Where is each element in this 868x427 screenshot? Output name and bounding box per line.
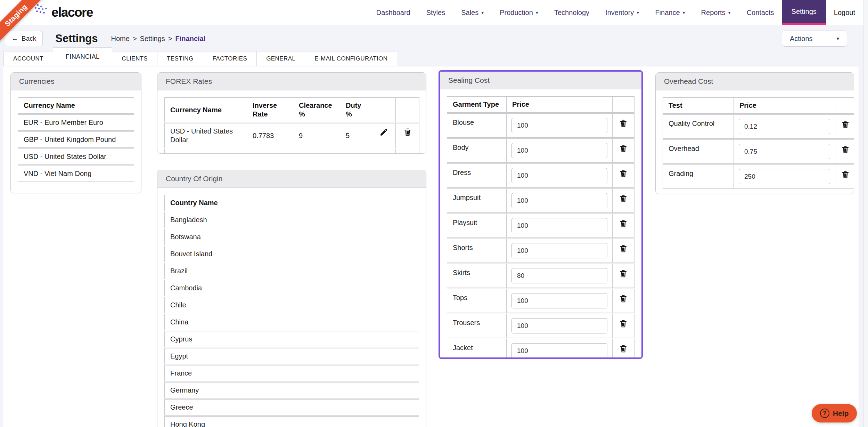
panel-title: Overhead Cost [656,73,854,90]
chevron-down-icon: ▾ [481,10,484,15]
price-input[interactable] [511,218,607,233]
delete-button[interactable] [402,153,413,154]
table-row: USD - United States Dollar [18,148,134,165]
nav-item-reports[interactable]: Reports▾ [693,0,739,25]
delete-button[interactable] [618,143,629,154]
table-row: Jacket [447,339,634,359]
price-input[interactable] [511,343,607,358]
nav-item-dashboard[interactable]: Dashboard [368,0,418,25]
top-navigation-bar: elacore Dashboard Styles Sales▾ Producti… [0,0,868,25]
table-row: Germany [164,382,419,398]
trash-icon [619,244,628,253]
settings-tabs: ACCOUNT FINANCIAL CLIENTS TESTING FACTOR… [3,47,397,66]
delete-button[interactable] [618,319,629,329]
trash-icon [619,344,628,353]
delete-button[interactable] [840,144,851,155]
price-input[interactable] [511,243,607,258]
forex-table: Currency Name Inverse Rate Clearance % D… [164,97,419,154]
nav-item-sales[interactable]: Sales▾ [453,0,492,25]
delete-button[interactable] [618,268,629,279]
delete-button[interactable] [618,243,629,254]
nav-item-styles[interactable]: Styles [418,0,453,25]
table-row: Cyprus [164,331,419,347]
tab-account[interactable]: ACCOUNT [3,51,53,66]
delete-button[interactable] [618,168,629,179]
help-button[interactable]: ? Help [812,404,857,422]
breadcrumb-settings[interactable]: Settings [140,35,165,43]
trash-icon [619,219,628,228]
forex-rates-panel: FOREX Rates Currency Name Inverse Rate C… [157,72,426,154]
delete-button[interactable] [618,118,629,129]
price-input[interactable] [739,144,830,159]
nav-item-inventory[interactable]: Inventory▾ [597,0,647,25]
actions-dropdown-button[interactable]: Actions ▾ [782,31,847,47]
nav-item-logout[interactable]: Logout [826,0,863,25]
breadcrumb: Home > Settings > Financial [111,35,206,43]
tab-general[interactable]: GENERAL [256,51,305,66]
main-nav: Dashboard Styles Sales▾ Production▾ Tech… [368,0,868,25]
price-input[interactable] [739,119,830,134]
delete-button[interactable] [402,127,413,137]
trash-icon [403,153,412,154]
breadcrumb-home[interactable]: Home [111,35,130,43]
overhead-cost-table: Test Price Quality Control Overhead Grad… [663,97,854,190]
table-row: Playsuit [447,214,634,238]
scrollbar[interactable] [863,0,868,427]
nav-item-production[interactable]: Production▾ [492,0,546,25]
tab-testing[interactable]: TESTING [157,51,203,66]
delete-button[interactable] [618,218,629,229]
delete-button[interactable] [618,193,629,204]
currencies-table: Currency Name EUR - Euro Member Euro GBP… [18,97,134,183]
edit-button[interactable] [379,127,389,137]
trash-icon [619,294,628,303]
table-row: Egypt [164,348,419,364]
nav-item-technology[interactable]: Technology [546,0,597,25]
nav-item-contacts[interactable]: Contacts [739,0,782,25]
back-button[interactable]: ← Back [5,31,43,46]
delete-button[interactable] [618,293,629,304]
table-row: EUR - Euro Member Euro 1.48 3 5 [164,149,419,154]
price-input[interactable] [511,318,607,333]
price-input[interactable] [511,168,607,183]
table-row: Bangladesh [164,212,419,228]
price-input[interactable] [511,118,607,133]
delete-button[interactable] [618,344,629,354]
table-row: Greece [164,399,419,416]
table-row: USD - United States Dollar 0.7783 9 5 [164,123,419,148]
table-row: Trousers [447,314,634,338]
table-row: Skirts [447,264,634,288]
edit-button[interactable] [379,153,389,154]
table-row: Bouvet Island [164,246,419,262]
tab-financial[interactable]: FINANCIAL [53,47,113,66]
price-input[interactable] [511,143,607,158]
panel-title: FOREX Rates [157,73,426,90]
pencil-icon [379,153,388,154]
price-input[interactable] [511,193,607,208]
table-row: Chile [164,297,419,313]
table-row: France [164,365,419,381]
tab-email-configuration[interactable]: E-MAIL CONFIGURATION [305,51,397,66]
table-row: Botswana [164,229,419,245]
table-row: Grading [663,164,854,189]
price-input[interactable] [739,169,830,184]
column-header: Country Name [164,195,419,211]
column-header-delete [396,97,419,122]
column-header: Duty % [340,97,372,122]
tab-clients[interactable]: CLIENTS [112,51,157,66]
tab-factories[interactable]: FACTORIES [203,51,257,66]
breadcrumb-separator: > [168,35,172,43]
trash-icon [403,128,412,137]
breadcrumb-current: Financial [175,35,206,43]
column-header-delete [613,96,634,113]
nav-item-settings[interactable]: Settings [782,0,826,25]
column-header: Clearance % [293,97,340,122]
delete-button[interactable] [840,169,851,180]
price-input[interactable] [511,293,607,308]
price-input[interactable] [511,268,607,283]
trash-icon [619,119,628,128]
trash-icon [619,319,628,328]
pencil-icon [379,128,388,137]
nav-item-finance[interactable]: Finance▾ [647,0,693,25]
panel-title: Sealing Cost [440,72,641,89]
delete-button[interactable] [840,119,851,130]
